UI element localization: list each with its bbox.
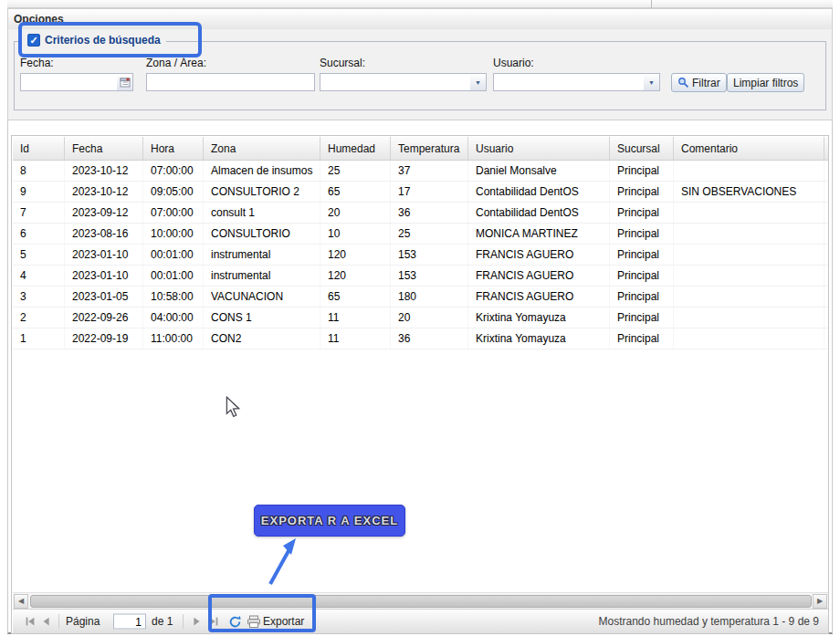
table-cell: MONICA MARTINEZ xyxy=(468,224,610,244)
table-cell: 1 xyxy=(13,328,65,349)
table-cell: 153 xyxy=(391,266,468,286)
search-criteria-checkbox[interactable]: ✓ xyxy=(27,34,40,47)
page-label: Página xyxy=(66,615,100,628)
status-text: Mostrando humedad y temperatura 1 - 9 de… xyxy=(599,615,819,628)
prev-page-button[interactable] xyxy=(38,613,55,630)
print-export-button[interactable] xyxy=(246,613,262,630)
sucursal-combo-input[interactable] xyxy=(320,73,471,91)
table-cell xyxy=(674,224,824,244)
filtrar-button[interactable]: Filtrar xyxy=(671,73,727,92)
table-cell: 2022-09-19 xyxy=(65,328,143,349)
table-cell: Krixtina Yomayuza xyxy=(468,308,610,328)
column-header-fecha[interactable]: Fecha xyxy=(65,137,143,161)
fecha-datepicker-trigger[interactable] xyxy=(117,73,133,91)
usuario-dropdown-trigger[interactable]: ▼ xyxy=(644,73,660,91)
table-cell: 65 xyxy=(320,287,391,307)
column-header-id[interactable]: Id xyxy=(13,137,65,161)
table-cell: Contabilidad DentOS xyxy=(468,203,610,223)
chevron-down-icon: ▼ xyxy=(475,79,481,86)
refresh-icon xyxy=(228,615,242,629)
column-header-sucursal[interactable]: Sucursal xyxy=(610,137,674,161)
usuario-combo-input[interactable] xyxy=(493,73,645,91)
table-row[interactable]: 52023-01-1000:01:00instrumental120153FRA… xyxy=(13,245,828,266)
results-grid: IdFechaHoraZonaHumedadTemperaturaUsuario… xyxy=(11,135,829,634)
column-header-humedad[interactable]: Humedad xyxy=(320,137,391,161)
column-header-usuario[interactable]: Usuario xyxy=(468,137,610,161)
table-cell: 25 xyxy=(320,161,391,181)
table-cell: Principal xyxy=(610,287,674,307)
table-cell: CONSULTORIO 2 xyxy=(204,182,320,202)
table-row[interactable]: 22022-09-2604:00:00CONS 11120Krixtina Yo… xyxy=(13,308,828,328)
first-page-icon xyxy=(24,615,37,628)
table-cell: 2023-09-12 xyxy=(65,203,143,223)
table-row[interactable]: 32023-01-0510:58:00VACUNACION65180FRANCI… xyxy=(13,287,828,308)
table-cell: 36 xyxy=(391,203,468,223)
table-cell: 180 xyxy=(391,287,468,307)
table-cell: VACUNACION xyxy=(204,287,320,307)
next-page-button[interactable] xyxy=(188,613,205,630)
table-cell: Principal xyxy=(610,328,674,349)
table-cell: 20 xyxy=(391,308,468,328)
table-cell: SIN OBSERVACIONES xyxy=(674,182,824,202)
fecha-label: Fecha: xyxy=(20,57,54,69)
table-row[interactable]: 42023-01-1000:01:00instrumental120153FRA… xyxy=(13,266,828,287)
table-cell: Principal xyxy=(610,161,674,181)
table-cell xyxy=(674,328,824,349)
table-cell: CONS 1 xyxy=(204,308,320,328)
table-cell: Almacen de insumos xyxy=(204,161,320,181)
table-cell: 120 xyxy=(320,245,391,265)
sucursal-label: Sucursal: xyxy=(320,57,365,69)
scrollbar-thumb[interactable] xyxy=(30,595,812,608)
table-cell xyxy=(674,287,824,307)
page-number-input[interactable] xyxy=(113,614,146,630)
table-cell: 65 xyxy=(320,182,391,202)
limpiar-filtros-button-label: Limpiar filtros xyxy=(733,77,798,89)
table-cell: CONSULTORIO xyxy=(204,224,320,244)
first-page-button[interactable] xyxy=(22,613,38,630)
horizontal-scrollbar[interactable]: ◀ ▶ xyxy=(13,592,828,609)
table-cell: 07:00:00 xyxy=(143,203,204,223)
table-cell: 3 xyxy=(13,287,65,307)
exportar-link[interactable]: Exportar xyxy=(263,615,304,628)
scroll-left-button[interactable]: ◀ xyxy=(14,594,28,609)
table-cell: Principal xyxy=(610,224,674,244)
table-cell: instrumental xyxy=(204,245,320,265)
printer-icon xyxy=(247,615,261,629)
table-cell: 20 xyxy=(320,203,391,223)
column-header-temperatura[interactable]: Temperatura xyxy=(391,137,468,161)
column-header-zona[interactable]: Zona xyxy=(204,137,320,161)
column-header-hora[interactable]: Hora xyxy=(143,137,204,161)
table-row[interactable]: 62023-08-1610:00:00CONSULTORIO1025MONICA… xyxy=(13,224,828,245)
page-of-label: de 1 xyxy=(152,615,173,628)
column-header-comentario[interactable]: Comentario xyxy=(674,137,824,161)
table-cell: Krixtina Yomayuza xyxy=(468,328,610,349)
table-row[interactable]: 82023-10-1207:00:00Almacen de insumos253… xyxy=(13,161,828,182)
table-cell: 07:00:00 xyxy=(143,161,204,181)
paging-toolbar: Página de 1 xyxy=(13,609,828,633)
table-cell: 153 xyxy=(391,245,468,265)
table-cell: 2023-10-12 xyxy=(65,161,143,181)
table-cell xyxy=(674,161,824,181)
sucursal-dropdown-trigger[interactable]: ▼ xyxy=(470,73,487,91)
scroll-right-button[interactable]: ▶ xyxy=(813,594,827,609)
refresh-button[interactable] xyxy=(226,613,243,630)
table-cell: CON2 xyxy=(204,328,320,349)
table-cell: 11 xyxy=(320,308,391,328)
table-cell: 10:00:00 xyxy=(143,224,204,244)
table-cell: Principal xyxy=(610,182,674,202)
filtrar-button-label: Filtrar xyxy=(692,77,720,89)
zona-input[interactable] xyxy=(146,73,315,91)
limpiar-filtros-button[interactable]: Limpiar filtros xyxy=(727,73,804,92)
table-row[interactable]: 92023-10-1209:05:00CONSULTORIO 26517Cont… xyxy=(13,182,828,203)
fecha-input[interactable] xyxy=(20,73,118,91)
table-cell: 17 xyxy=(391,182,468,202)
search-criteria-legend: ✓ Criterios de búsqueda xyxy=(22,34,166,47)
table-cell: 8 xyxy=(13,161,65,181)
table-cell: 2023-10-12 xyxy=(65,182,143,202)
table-row[interactable]: 72023-09-1207:00:00consult 12036Contabil… xyxy=(13,203,828,224)
next-page-icon xyxy=(190,615,203,628)
table-row[interactable]: 12022-09-1911:00:00CON21136Krixtina Yoma… xyxy=(13,328,828,349)
last-page-button[interactable] xyxy=(205,613,222,630)
table-cell: 25 xyxy=(391,224,468,244)
table-cell: 37 xyxy=(391,161,468,181)
